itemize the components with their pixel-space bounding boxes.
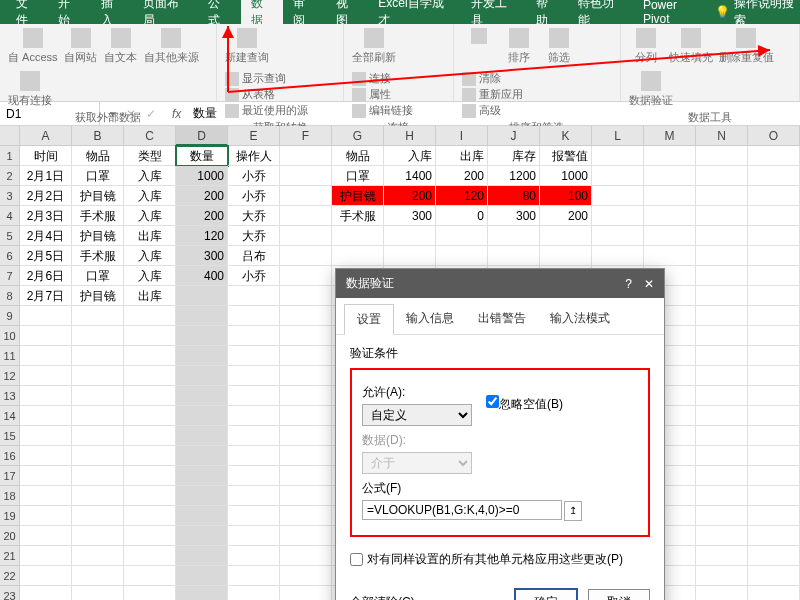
- cell[interactable]: [72, 466, 124, 486]
- cell[interactable]: [280, 506, 332, 526]
- cell[interactable]: [748, 366, 800, 386]
- cell[interactable]: [280, 566, 332, 586]
- row-header[interactable]: 8: [0, 286, 20, 306]
- cell[interactable]: 1400: [384, 166, 436, 186]
- cell[interactable]: [748, 286, 800, 306]
- cell[interactable]: [280, 486, 332, 506]
- cell[interactable]: [696, 366, 748, 386]
- cell[interactable]: [644, 146, 696, 166]
- cell[interactable]: [280, 186, 332, 206]
- cell[interactable]: [228, 486, 280, 506]
- edit-links[interactable]: 编辑链接: [352, 103, 413, 118]
- cell[interactable]: [20, 326, 72, 346]
- remove-dup-button[interactable]: 删除重复值: [719, 28, 774, 65]
- cell[interactable]: [748, 566, 800, 586]
- cell[interactable]: 100: [540, 186, 592, 206]
- select-all-corner[interactable]: [0, 126, 20, 146]
- cell[interactable]: [124, 586, 176, 600]
- accept-icon[interactable]: ✓: [146, 107, 156, 121]
- cell[interactable]: [72, 546, 124, 566]
- cell[interactable]: 入库: [124, 266, 176, 286]
- clear-filter[interactable]: 清除: [462, 71, 523, 86]
- cell[interactable]: [20, 506, 72, 526]
- row-header[interactable]: 17: [0, 466, 20, 486]
- cell[interactable]: 入库: [124, 186, 176, 206]
- cell[interactable]: [228, 566, 280, 586]
- col-header-F[interactable]: F: [280, 126, 332, 146]
- row-header[interactable]: 19: [0, 506, 20, 526]
- cell[interactable]: 大乔: [228, 206, 280, 226]
- cell[interactable]: 300: [176, 246, 228, 266]
- cell[interactable]: 大乔: [228, 226, 280, 246]
- recent-sources[interactable]: 最近使用的源: [225, 103, 308, 118]
- cell[interactable]: [696, 166, 748, 186]
- formula-input[interactable]: [362, 500, 562, 520]
- dlg-tab-error-alert[interactable]: 出错警告: [466, 304, 538, 334]
- cell[interactable]: [696, 326, 748, 346]
- cell[interactable]: [748, 226, 800, 246]
- cell[interactable]: [696, 586, 748, 600]
- row-header[interactable]: 2: [0, 166, 20, 186]
- cell[interactable]: [124, 506, 176, 526]
- cell[interactable]: [176, 446, 228, 466]
- col-header-A[interactable]: A: [20, 126, 72, 146]
- filter-button[interactable]: 筛选: [542, 28, 576, 65]
- cell[interactable]: [228, 286, 280, 306]
- cell[interactable]: [748, 206, 800, 226]
- cell[interactable]: [384, 226, 436, 246]
- cell[interactable]: [176, 546, 228, 566]
- cell[interactable]: [228, 386, 280, 406]
- cell[interactable]: [748, 526, 800, 546]
- cell[interactable]: [20, 546, 72, 566]
- cell[interactable]: [176, 486, 228, 506]
- connections[interactable]: 连接: [352, 71, 413, 86]
- cell[interactable]: [20, 426, 72, 446]
- cell[interactable]: [280, 526, 332, 546]
- clear-all-button[interactable]: 全部清除(C): [350, 594, 415, 601]
- cell[interactable]: [176, 506, 228, 526]
- cell[interactable]: [592, 166, 644, 186]
- cell[interactable]: [228, 346, 280, 366]
- cell[interactable]: [748, 386, 800, 406]
- cell[interactable]: 手术服: [72, 246, 124, 266]
- row-header[interactable]: 16: [0, 446, 20, 466]
- cell[interactable]: 120: [436, 186, 488, 206]
- cell[interactable]: [280, 206, 332, 226]
- cell[interactable]: [696, 306, 748, 326]
- cell[interactable]: 80: [488, 186, 540, 206]
- cell[interactable]: [124, 306, 176, 326]
- cell[interactable]: 400: [176, 266, 228, 286]
- row-header[interactable]: 15: [0, 426, 20, 446]
- cell[interactable]: [20, 466, 72, 486]
- text-to-columns-button[interactable]: 分列: [629, 28, 663, 65]
- dialog-titlebar[interactable]: 数据验证 ?✕: [336, 269, 664, 298]
- cell[interactable]: 200: [176, 186, 228, 206]
- data-validation-button[interactable]: 数据验证: [629, 71, 673, 108]
- cell[interactable]: [696, 346, 748, 366]
- cell[interactable]: 200: [436, 166, 488, 186]
- cell[interactable]: [72, 426, 124, 446]
- cell[interactable]: [696, 446, 748, 466]
- row-header[interactable]: 13: [0, 386, 20, 406]
- cell[interactable]: [124, 326, 176, 346]
- cell[interactable]: [176, 346, 228, 366]
- cell[interactable]: [124, 446, 176, 466]
- row-header[interactable]: 21: [0, 546, 20, 566]
- cell[interactable]: [696, 466, 748, 486]
- cell[interactable]: [280, 286, 332, 306]
- cell[interactable]: [696, 526, 748, 546]
- cell[interactable]: [228, 546, 280, 566]
- cell[interactable]: 入库: [124, 246, 176, 266]
- row-header[interactable]: 4: [0, 206, 20, 226]
- col-header-M[interactable]: M: [644, 126, 696, 146]
- cell[interactable]: 0: [436, 206, 488, 226]
- cell[interactable]: [20, 566, 72, 586]
- cell[interactable]: [332, 226, 384, 246]
- col-header-H[interactable]: H: [384, 126, 436, 146]
- cell[interactable]: [20, 526, 72, 546]
- col-header-C[interactable]: C: [124, 126, 176, 146]
- cell[interactable]: [72, 366, 124, 386]
- cell[interactable]: [436, 246, 488, 266]
- cell[interactable]: 300: [384, 206, 436, 226]
- cell[interactable]: [176, 326, 228, 346]
